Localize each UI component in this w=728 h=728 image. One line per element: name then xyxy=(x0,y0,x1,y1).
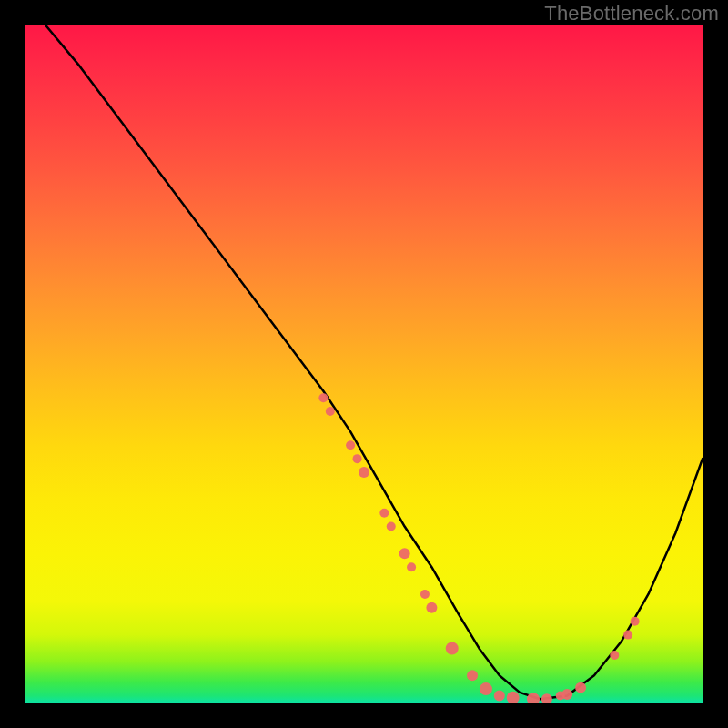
data-point-19 xyxy=(561,689,572,700)
data-point-22 xyxy=(623,631,632,640)
data-point-8 xyxy=(407,562,416,571)
data-point-0 xyxy=(318,393,328,402)
data-point-12 xyxy=(467,670,478,681)
curve-layer xyxy=(46,25,703,699)
bottleneck-curve xyxy=(46,25,703,699)
plot-area xyxy=(25,25,703,703)
data-point-5 xyxy=(379,509,389,518)
data-point-21 xyxy=(610,651,619,660)
data-point-23 xyxy=(631,617,640,626)
data-point-13 xyxy=(480,682,492,695)
data-point-3 xyxy=(353,454,362,463)
data-point-15 xyxy=(507,692,520,703)
watermark-text: TheBottleneck.com xyxy=(544,2,719,25)
data-point-20 xyxy=(575,682,586,693)
data-point-6 xyxy=(387,522,396,531)
data-point-1 xyxy=(326,407,335,416)
marker-layer xyxy=(318,393,639,703)
data-point-7 xyxy=(399,548,410,559)
data-point-17 xyxy=(541,693,552,703)
chart-root: TheBottleneck.com xyxy=(0,0,728,728)
chart-svg xyxy=(25,25,703,703)
data-point-14 xyxy=(494,691,505,702)
data-point-4 xyxy=(359,467,369,478)
data-point-9 xyxy=(420,590,430,599)
data-point-10 xyxy=(426,602,437,613)
data-point-2 xyxy=(346,440,355,450)
data-point-11 xyxy=(446,642,459,654)
